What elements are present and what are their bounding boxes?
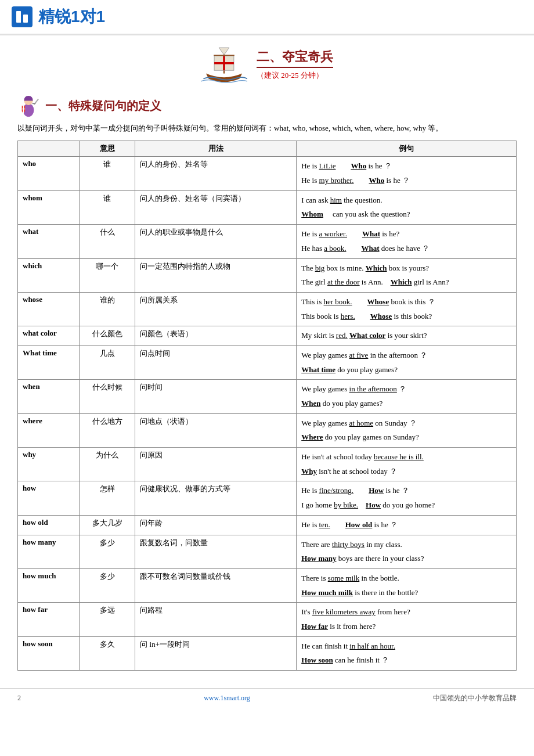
cell-word: which (18, 258, 80, 292)
cell-word: how much (18, 568, 80, 602)
cell-meaning: 多久 (79, 636, 135, 670)
cell-usage: 跟复数名词，问数量 (135, 535, 297, 568)
footer-url: www.1smart.org (204, 694, 250, 703)
col-word (18, 141, 80, 157)
main-content: 二、夺宝奇兵 （建议 20-25 分钟） 一、特殊疑问句的定义 (0, 35, 534, 682)
knight-icon (17, 93, 39, 118)
cell-meaning: 什么地方 (79, 413, 135, 447)
sub-title-text: 一、特殊疑问句的定义 (45, 98, 161, 114)
section-header: 二、夺宝奇兵 （建议 20-25 分钟） (17, 45, 517, 87)
cell-examples: He is a worker. What is he?He has a book… (297, 225, 517, 258)
cell-examples: He is LiLie Who is he ？He is my brother.… (297, 157, 517, 190)
cell-usage: 问点时间 (135, 345, 297, 379)
section-title-wrapper: 二、夺宝奇兵 （建议 20-25 分钟） (257, 48, 333, 81)
cell-examples: There are thirty boys in my class.How ma… (297, 535, 517, 568)
col-meaning: 意思 (79, 141, 135, 157)
table-row: whom谁问人的身份、姓名等（问宾语）I can ask him the que… (18, 190, 517, 224)
cell-usage: 问时间 (135, 380, 297, 413)
cell-word: how soon (18, 636, 80, 670)
cell-meaning: 多少 (79, 568, 135, 602)
cell-examples: We play games in the afternoon ？When do … (297, 380, 517, 413)
table-row: how soon多久问 in+一段时间He can finish it in h… (18, 636, 517, 670)
cell-word: how far (18, 603, 80, 636)
cell-meaning: 什么颜色 (79, 326, 135, 346)
svg-rect-2 (20, 12, 21, 23)
cell-meaning: 什么 (79, 225, 135, 258)
top-header: 精锐1对1 (0, 0, 534, 35)
ship-row: 二、夺宝奇兵 （建议 20-25 分钟） (201, 45, 333, 84)
cell-word: how old (18, 515, 80, 535)
cell-word: What time (18, 345, 80, 379)
cell-examples: There is some milk in the bottle.How muc… (297, 568, 517, 602)
cell-usage: 问一定范围内特指的人或物 (135, 258, 297, 292)
cell-word: what color (18, 326, 80, 346)
cell-word: how many (18, 535, 80, 568)
cell-usage: 问路程 (135, 603, 297, 636)
cell-usage: 问人的职业或事物是什么 (135, 225, 297, 258)
cell-examples: We play games at home on Sunday ？Where d… (297, 413, 517, 447)
cell-word: where (18, 413, 80, 447)
cell-usage: 问年龄 (135, 515, 297, 535)
table-row: whose谁的问所属关系This is her book. Whose book… (18, 292, 517, 326)
table-row: What time几点问点时间We play games at five in … (18, 345, 517, 379)
table-row: how many多少跟复数名词，问数量There are thirty boys… (18, 535, 517, 568)
table-row: how much多少跟不可数名词问数量或价钱There is some milk… (18, 568, 517, 602)
page-number: 2 (17, 694, 21, 703)
table-row: when什么时候问时间We play games in the afternoo… (18, 380, 517, 413)
cell-meaning: 哪一个 (79, 258, 135, 292)
cell-usage: 问人的身份、姓名等 (135, 157, 297, 190)
cell-meaning: 谁 (79, 190, 135, 224)
intro-text: 以疑问词开头，对句中某一成分提问的句子叫特殊疑问句。常用的疑问词有：what, … (17, 121, 517, 135)
table-header-row: 意思 用法 例句 (18, 141, 517, 157)
cell-examples: He can finish it in half an hour.How soo… (297, 636, 517, 670)
page-footer: 2 www.1smart.org 中国领先的中小学教育品牌 (0, 688, 534, 708)
svg-rect-7 (214, 62, 234, 64)
cell-examples: This is her book. Whose book is this ？Th… (297, 292, 517, 326)
cell-usage: 问 in+一段时间 (135, 636, 297, 670)
cell-word: why (18, 448, 80, 481)
cell-usage: 问健康状况、做事的方式等 (135, 481, 297, 515)
table-row: which哪一个问一定范围内特指的人或物The big box is mine.… (18, 258, 517, 292)
cell-meaning: 为什么 (79, 448, 135, 481)
cell-meaning: 多少 (79, 535, 135, 568)
cell-examples: I can ask him the question.Whom can you … (297, 190, 517, 224)
cell-word: what (18, 225, 80, 258)
section-suggestion: （建议 20-25 分钟） (257, 70, 333, 81)
col-usage: 用法 (135, 141, 297, 157)
sub-section-title: 一、特殊疑问句的定义 (17, 93, 517, 118)
cell-usage: 问原因 (135, 448, 297, 481)
cell-usage: 问人的身份、姓名等（问宾语） (135, 190, 297, 224)
cell-examples: The big box is mine. Which box is yours?… (297, 258, 517, 292)
cell-meaning: 多远 (79, 603, 135, 636)
cell-word: when (18, 380, 80, 413)
cell-examples: He is ten. How old is he ？ (297, 515, 517, 535)
cell-meaning: 怎样 (79, 481, 135, 515)
cell-usage: 问地点（状语） (135, 413, 297, 447)
section-title: 二、夺宝奇兵 (257, 48, 333, 68)
brand-title: 精锐1对1 (38, 6, 105, 28)
table-row: who谁问人的身份、姓名等He is LiLie Who is he ？He i… (18, 157, 517, 190)
table-row: what color什么颜色问颜色（表语）My skirt is red. Wh… (18, 326, 517, 346)
svg-rect-12 (33, 103, 36, 104)
cell-meaning: 谁 (79, 157, 135, 190)
ship-icon (201, 45, 247, 84)
svg-rect-1 (23, 15, 28, 23)
table-row: what什么问人的职业或事物是什么He is a worker. What is… (18, 225, 517, 258)
cell-usage: 问颜色（表语） (135, 326, 297, 346)
footer-brand: 中国领先的中小学教育品牌 (433, 693, 517, 703)
col-examples: 例句 (297, 141, 517, 157)
cell-examples: We play games at five in the afternoon ？… (297, 345, 517, 379)
cell-word: whom (18, 190, 80, 224)
logo-box (12, 6, 33, 27)
cell-word: who (18, 157, 80, 190)
grammar-table: 意思 用法 例句 who谁问人的身份、姓名等He is LiLie Who is… (17, 141, 517, 671)
svg-marker-8 (219, 48, 229, 55)
cell-meaning: 几点 (79, 345, 135, 379)
cell-examples: He isn't at school today because he is i… (297, 448, 517, 481)
cell-meaning: 谁的 (79, 292, 135, 326)
cell-usage: 跟不可数名词问数量或价钱 (135, 568, 297, 602)
cell-examples: It's five kilometers away from here?How … (297, 603, 517, 636)
table-row: how怎样问健康状况、做事的方式等He is fine/strong. How … (18, 481, 517, 515)
table-row: why为什么问原因He isn't at school today becaus… (18, 448, 517, 481)
cell-meaning: 什么时候 (79, 380, 135, 413)
